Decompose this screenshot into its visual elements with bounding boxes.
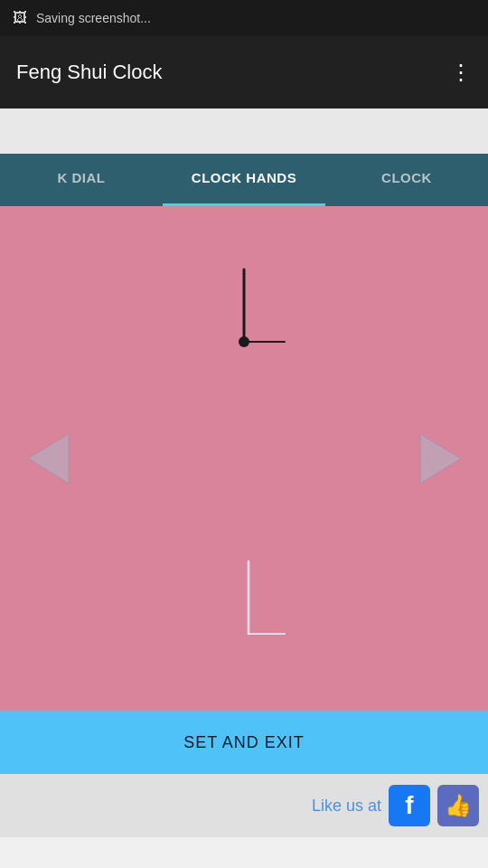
right-arrow-icon — [416, 429, 465, 488]
tab-clock-hands[interactable]: CLOCK HANDS — [163, 154, 325, 206]
app-title: Feng Shui Clock — [16, 61, 162, 84]
gap-bar — [0, 108, 488, 154]
facebook-icon[interactable]: f — [389, 785, 430, 826]
main-content — [0, 206, 488, 711]
like-us-text: Like us at — [312, 797, 381, 816]
tab-clock-dial-label: K DIAL — [58, 170, 106, 185]
tab-clock-hands-label: CLOCK HANDS — [192, 170, 296, 185]
set-and-exit-label: SET AND EXIT — [183, 733, 305, 752]
tab-clock-dial[interactable]: K DIAL — [0, 154, 163, 206]
left-arrow-icon — [23, 429, 73, 488]
thumbs-up-icon[interactable]: 👍 — [437, 785, 479, 826]
svg-marker-3 — [28, 434, 69, 484]
tab-clock[interactable]: CLOCK — [325, 154, 488, 206]
svg-point-2 — [239, 336, 249, 347]
clock-preview-bottom — [199, 548, 289, 656]
app-bar: Feng Shui Clock ⋮ — [0, 36, 488, 108]
right-arrow-button[interactable] — [408, 427, 472, 490]
more-vert-icon[interactable]: ⋮ — [450, 60, 472, 85]
status-bar-text: Saving screenshot... — [36, 11, 151, 25]
tab-bar: K DIAL CLOCK HANDS CLOCK — [0, 154, 488, 206]
clock-hands-bottom-svg — [199, 548, 298, 656]
set-and-exit-button[interactable]: SET AND EXIT — [0, 711, 488, 774]
left-arrow-button[interactable] — [16, 427, 80, 490]
tab-clock-label: CLOCK — [381, 170, 432, 185]
image-icon: 🖼 — [13, 10, 27, 26]
clock-hands-top-svg — [199, 251, 289, 369]
clock-preview-top — [199, 251, 289, 369]
status-bar: 🖼 Saving screenshot... — [0, 0, 488, 36]
footer-bar: Like us at f 👍 — [0, 774, 488, 837]
svg-marker-4 — [420, 434, 461, 484]
